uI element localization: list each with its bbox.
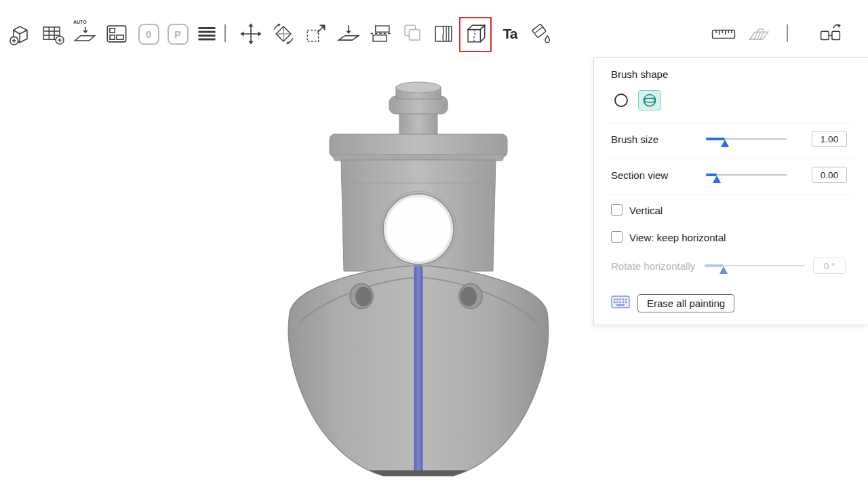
add-object-icon[interactable] (5, 18, 34, 49)
seam-paint-stripe (414, 265, 423, 477)
brush-size-label: Brush size (611, 134, 658, 145)
seam-painting-icon[interactable] (462, 18, 490, 49)
brush-size-value[interactable]: 1.00 (812, 131, 847, 147)
auto-orient-label: AUTO (73, 20, 87, 24)
brush-shape-sphere-option[interactable] (638, 90, 661, 110)
toolbar-separator (224, 24, 226, 42)
auto-orient-icon[interactable]: AUTO (71, 18, 99, 49)
panel-divider (609, 159, 853, 159)
support-painting-icon[interactable] (429, 18, 458, 49)
seam-painting-panel: Brush shape Brush size 1.00 Section view (593, 57, 868, 325)
tool-0-label: 0 (146, 28, 151, 40)
slicer-app-window: AUTO 0 P (0, 0, 868, 488)
rotate-horizontally-slider (705, 258, 805, 274)
panel-divider (609, 195, 853, 195)
rotate-icon[interactable] (269, 18, 298, 49)
rotate-horizontally-value: 0 ° (813, 258, 846, 274)
keyboard-icon (611, 296, 630, 309)
move-icon[interactable] (237, 18, 265, 49)
vertical-checkbox-label: Vertical (629, 205, 663, 216)
slider-thumb[interactable] (713, 176, 721, 183)
text-tool-icon[interactable]: Ta (496, 18, 524, 49)
brush-size-slider[interactable] (706, 131, 787, 147)
scale-icon[interactable] (302, 18, 330, 49)
benchy-chimney (389, 82, 448, 138)
tool-p-icon[interactable]: P (163, 18, 192, 49)
sphere-brush-icon (642, 92, 658, 108)
add-plate-icon[interactable] (39, 18, 67, 49)
arrange-icon[interactable] (102, 18, 131, 49)
benchy-hull (288, 265, 549, 477)
assembly-icon[interactable] (745, 18, 773, 49)
vertical-checkbox[interactable] (611, 204, 623, 216)
keep-horizontal-checkbox[interactable] (611, 231, 623, 243)
brush-shape-circle-option[interactable] (611, 90, 631, 110)
benchy-cabin-window (383, 194, 454, 264)
clone-icon[interactable] (398, 18, 427, 49)
layers-icon[interactable] (193, 18, 221, 49)
measure-icon[interactable] (709, 18, 738, 49)
circle-brush-icon (613, 92, 629, 108)
color-painting-icon[interactable] (527, 18, 555, 49)
text-tool-glyph: Ta (503, 26, 517, 42)
erase-all-painting-button[interactable]: Erase all painting (637, 294, 734, 312)
tool-p-label: P (174, 28, 181, 40)
cut-icon[interactable] (367, 18, 395, 49)
benchy-porthole-right (459, 284, 482, 309)
benchy-cabin (330, 134, 507, 271)
brush-shape-label: Brush shape (611, 68, 668, 80)
shortcuts-keyboard-button[interactable] (611, 296, 630, 309)
place-on-face-icon[interactable] (334, 18, 363, 49)
tool-0-icon[interactable]: 0 (134, 18, 163, 49)
slider-thumb[interactable] (721, 140, 729, 147)
benchy-porthole-left (350, 284, 373, 309)
top-toolbar: AUTO 0 P (0, 0, 868, 54)
section-view-value[interactable]: 0.00 (812, 167, 847, 183)
panel-divider (609, 123, 853, 123)
keep-horizontal-checkbox-label: View: keep horizontal (629, 232, 726, 243)
toolbar-separator (787, 24, 788, 42)
section-view-slider[interactable] (706, 167, 787, 183)
section-view-label: Section view (611, 169, 668, 181)
slider-thumb (719, 266, 728, 274)
split-icon[interactable] (816, 18, 845, 49)
rotate-horizontally-label: Rotate horizontally (611, 260, 695, 272)
